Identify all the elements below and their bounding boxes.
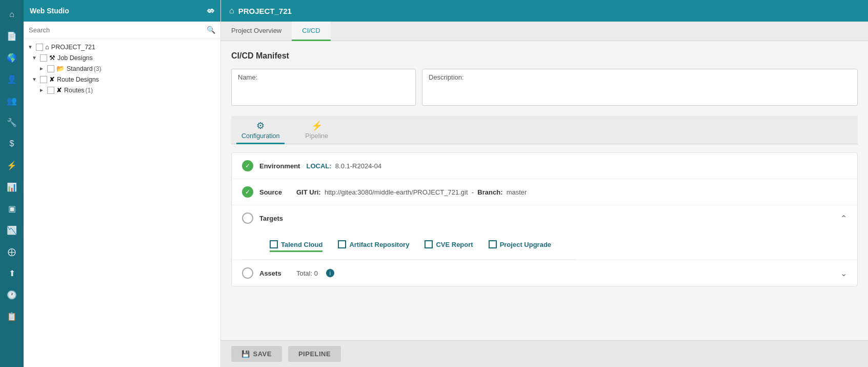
document-icon[interactable]: 📄 [3,27,21,45]
tree-area: ▼ ⌂ PROJECT_721 ▼ ⚒ Job Designs ► 📂 Stan… [24,38,220,367]
targets-collapse-icon[interactable]: ⌃ [840,214,847,223]
target-project-upgrade[interactable]: Project Upgrade [489,240,551,252]
target-talend-cloud[interactable]: Talend Cloud [270,240,322,252]
assets-total-text: Total: [296,269,312,277]
grid-icon[interactable]: ▣ [3,199,21,218]
layers-icon[interactable]: ⨁ [3,242,21,261]
name-label: Name: [238,73,257,81]
targets-row: Targets ⌃ Talend Cloud Artifact Reposito… [232,205,857,260]
branch-value: master [507,188,527,196]
standard-count: (3) [94,65,102,72]
standard-toggle[interactable]: ► [38,66,45,71]
source-detail: GIT Uri: http://gitea:3080/middle-earth/… [296,188,527,196]
source-check: ✓ [242,186,253,198]
clock-icon[interactable]: 🕐 [3,285,21,304]
icon-sidebar: ⌂ 📄 🌎 👤 👥 🔧 $ ⚡ 📊 ▣ 📉 ⨁ ⬆ 🕐 📋 [0,0,24,367]
save-icon: 💾 [241,350,250,358]
search-input[interactable] [29,26,204,34]
target-artifact-repo[interactable]: Artifact Repository [338,240,409,252]
root-label: PROJECT_721 [51,44,95,51]
main-content: ⌂ PROJECT_721 Project Overview CI/CD CI/… [221,0,868,367]
environment-row: ✓ Environment LOCAL: 8.0.1-R2024-04 [232,153,857,179]
chart-lines-icon[interactable]: 📊 [3,178,21,196]
save-label: SAVE [253,350,272,358]
route-designs-toggle[interactable]: ▼ [31,76,38,82]
pipeline-button[interactable]: PIPELINE [288,346,341,362]
assets-total-label: Total: 0 [296,269,318,277]
job-designs-toggle[interactable]: ▼ [31,55,38,61]
branch-label: Branch: [477,188,502,196]
assets-label: Assets [259,269,290,277]
routes-checkbox[interactable] [47,87,54,94]
desc-input[interactable] [429,83,851,100]
project-upgrade-label: Project Upgrade [500,241,551,248]
group-icon[interactable]: 👥 [3,91,21,110]
assets-row: Assets Total: 0 i ⌄ [232,260,857,286]
cve-report-checkbox[interactable] [425,240,433,248]
assets-info-icon[interactable]: i [326,269,334,277]
root-checkbox[interactable] [36,44,43,51]
globe-icon[interactable]: 🌎 [3,48,21,67]
project-upgrade-checkbox[interactable] [489,240,497,248]
name-desc-row: Name: Description: [231,69,858,106]
routes-item[interactable]: ► ✘ Routes (1) [24,85,220,95]
studio-panel: Web Studio ⇎ 🔍 ▼ ⌂ PROJECT_721 ▼ ⚒ Job D… [24,0,221,367]
standard-item[interactable]: ► 📂 Standard (3) [24,63,220,74]
bar-chart-icon[interactable]: 📉 [3,221,21,239]
route-designs-label: Route Designs [57,76,99,83]
tools-icon[interactable]: 🔧 [3,113,21,131]
content-area: CI/CD Manifest Name: Description: ⚙ Conf… [221,41,868,340]
tree-root[interactable]: ▼ ⌂ PROJECT_721 [24,42,220,52]
pipeline-lightning-icon: ⚡ [311,120,322,131]
assets-expand-icon[interactable]: ⌄ [840,268,847,278]
root-toggle[interactable]: ▼ [27,44,34,50]
project-title: PROJECT_721 [238,7,292,15]
talend-cloud-label: Talend Cloud [281,241,322,248]
upload-icon[interactable]: ⬆ [3,264,21,282]
assets-circle [242,267,253,279]
config-pipeline-tabs: ⚙ Configuration ⚡ Pipeline [231,116,858,144]
environment-check: ✓ [242,160,253,171]
talend-cloud-checkbox[interactable] [270,240,278,248]
job-designs-icon: ⚒ [49,54,55,62]
standard-checkbox[interactable] [47,65,54,72]
routes-label: Routes [64,87,85,94]
git-uri-value: http://gitea:3080/middle-earth/PROJECT_7… [325,188,468,196]
save-button[interactable]: 💾 SAVE [231,346,282,362]
tab-cicd[interactable]: CI/CD [292,22,330,41]
environment-detail: LOCAL: 8.0.1-R2024-04 [306,162,381,170]
routes-toggle[interactable]: ► [38,87,45,93]
pin-icon[interactable]: ⇎ [207,5,214,16]
search-icon: 🔍 [207,26,215,34]
clipboard-icon[interactable]: 📋 [3,307,21,325]
job-designs-item[interactable]: ▼ ⚒ Job Designs [24,52,220,63]
lightning-icon[interactable]: ⚡ [3,156,21,175]
config-section: ✓ Environment LOCAL: 8.0.1-R2024-04 ✓ So… [231,152,858,286]
tab-project-overview[interactable]: Project Overview [221,22,292,41]
top-tabs-bar: Project Overview CI/CD [221,22,868,41]
source-label: Source [259,188,290,196]
home-icon[interactable]: ⌂ [3,5,21,24]
route-designs-icon: ✘ [49,75,55,83]
job-designs-label: Job Designs [57,54,93,62]
search-bar: 🔍 [24,22,220,38]
dollar-icon[interactable]: $ [3,134,21,153]
environment-value: 8.0.1-R2024-04 [335,162,381,170]
targets-label: Targets [259,215,290,222]
route-designs-checkbox[interactable] [40,76,47,83]
route-designs-item[interactable]: ▼ ✘ Route Designs [24,74,220,85]
footer-bar: 💾 SAVE PIPELINE [221,340,868,367]
name-input[interactable] [238,83,409,91]
git-uri-label: GIT Uri: [296,188,321,196]
tab-configuration[interactable]: ⚙ Configuration [236,116,285,144]
tab-pipeline[interactable]: ⚡ Pipeline [300,116,333,144]
targets-circle [242,213,253,224]
artifact-repo-checkbox[interactable] [338,240,346,248]
assets-total-value: 0 [314,269,318,277]
main-home-icon: ⌂ [229,6,234,15]
person-icon[interactable]: 👤 [3,70,21,88]
job-designs-checkbox[interactable] [40,54,47,62]
target-cve-report[interactable]: CVE Report [425,240,473,252]
source-row: ✓ Source GIT Uri: http://gitea:3080/midd… [232,179,857,205]
cicd-title: CI/CD Manifest [231,51,858,61]
